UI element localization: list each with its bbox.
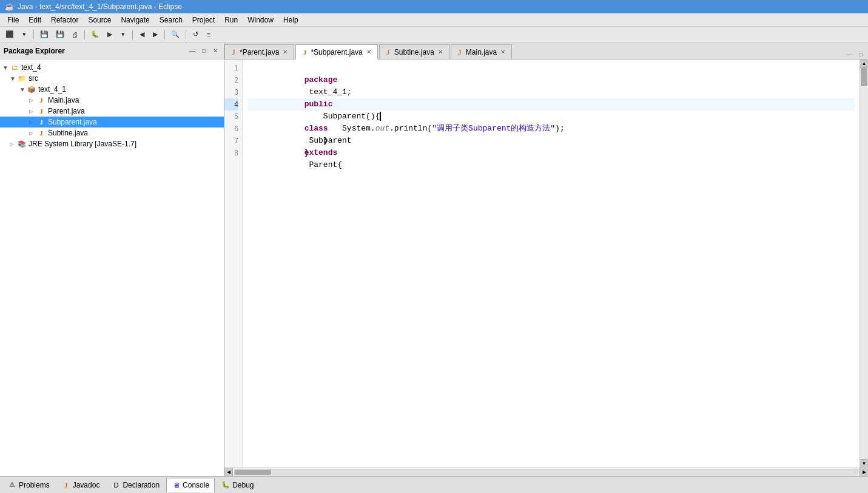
- toolbar-refactor[interactable]: ↺: [189, 29, 201, 41]
- tab-icon-main: J: [456, 49, 463, 56]
- tab-subtine[interactable]: J Subtine.java ✕: [379, 44, 449, 59]
- scroll-right-btn[interactable]: ▶: [860, 468, 868, 477]
- code-line-2: [247, 74, 855, 86]
- bottom-tab-declaration[interactable]: D Declaration: [106, 478, 165, 492]
- editor-main: 1 2 3 4 5 6 7 8 package text_4_1;: [224, 59, 868, 467]
- kw-public-3: public: [304, 100, 333, 109]
- right-panel: J *Parent.java ✕ J *Subparent.java ✕ J S…: [224, 42, 868, 476]
- tree-item-parent[interactable]: ▷ J Parent.java: [0, 106, 224, 117]
- src-icon: 📁: [17, 73, 27, 83]
- tree-arrow-jre: ▷: [10, 141, 17, 147]
- scrollbar-h-thumb[interactable]: [235, 470, 271, 475]
- tree-item-project[interactable]: ▼ 🗂 text_4: [0, 62, 224, 73]
- tab-close-main[interactable]: ✕: [499, 49, 506, 56]
- toolbar-debug[interactable]: 🐛: [88, 29, 103, 41]
- bottom-tab-javadoc[interactable]: J Javadoc: [56, 478, 106, 492]
- tree-item-subparent[interactable]: ▷ J Subparent.java: [0, 117, 224, 127]
- toolbar-saveall[interactable]: 💾: [53, 29, 67, 41]
- tree-item-package[interactable]: ▼ 📦 text_4_1: [0, 84, 224, 95]
- tree-arrow-subtine: ▷: [29, 131, 36, 136]
- code-package-name: text_4_1;: [304, 87, 352, 97]
- declaration-icon: D: [112, 481, 120, 489]
- tab-close-subparent[interactable]: ✕: [365, 49, 372, 56]
- tab-close-parent[interactable]: ✕: [281, 49, 289, 56]
- tree-arrow-package: ▼: [19, 86, 27, 93]
- line-num-1: 1: [224, 62, 238, 74]
- menu-project[interactable]: Project: [187, 15, 220, 25]
- menu-source[interactable]: Source: [83, 15, 116, 25]
- toolbar-ext[interactable]: ▾: [117, 29, 129, 41]
- bottom-tab-debug[interactable]: 🐛 Debug: [216, 478, 259, 492]
- scrollbar-up-btn[interactable]: ▲: [860, 59, 868, 68]
- menu-navigate[interactable]: Navigate: [116, 15, 154, 25]
- panel-maximize[interactable]: □: [199, 46, 209, 56]
- panel-icons: — □ ✕: [187, 46, 220, 56]
- code-out: out: [375, 124, 389, 133]
- right-scrollbar[interactable]: ▲ ▼: [860, 59, 868, 467]
- left-panel: Package Explorer — □ ✕ ▼ 🗂 text_4 ▼ 📁 sr…: [0, 42, 224, 476]
- menu-refactor[interactable]: Refactor: [46, 15, 83, 25]
- title-bar: ☕ Java - text_4/src/text_4_1/Subparent.j…: [0, 0, 868, 13]
- menu-file[interactable]: File: [2, 15, 24, 25]
- tree-item-src[interactable]: ▼ 📁 src: [0, 73, 224, 84]
- tab-right-buttons: — □: [845, 49, 868, 59]
- panel-header: Package Explorer — □ ✕: [0, 42, 224, 59]
- toolbar-organize[interactable]: ≡: [203, 29, 215, 41]
- toolbar-sep-5: [186, 30, 186, 39]
- editor-maximize[interactable]: □: [856, 49, 866, 59]
- scrollbar-track[interactable]: [860, 68, 868, 459]
- project-icon: 🗂: [10, 63, 19, 72]
- menu-edit[interactable]: Edit: [24, 15, 46, 25]
- toolbar-next[interactable]: ▶: [149, 29, 161, 41]
- tab-close-subtine[interactable]: ✕: [437, 49, 444, 56]
- toolbar-print[interactable]: 🖨: [69, 29, 81, 41]
- menu-help[interactable]: Help: [278, 15, 303, 25]
- bottom-tab-console[interactable]: 🖥 Console: [166, 478, 215, 492]
- java-icon-main: J: [36, 95, 46, 105]
- tab-label-parent: *Parent.java: [240, 48, 279, 56]
- bottom-tab-javadoc-label: Javadoc: [73, 481, 100, 489]
- tab-label-main: Main.java: [466, 48, 497, 56]
- scrollbar-h-track[interactable]: [234, 469, 858, 475]
- panel-minimize[interactable]: —: [187, 46, 197, 56]
- tree-item-main[interactable]: ▷ J Main.java: [0, 95, 224, 106]
- tree-label-subparent: Subparent.java: [48, 118, 97, 126]
- kw-extends: extends: [304, 148, 338, 157]
- tree-item-jre[interactable]: ▷ 📚 JRE System Library [JavaSE-1.7]: [0, 138, 224, 149]
- tab-subparent[interactable]: J *Subparent.java ✕: [295, 44, 377, 59]
- panel-close[interactable]: ✕: [210, 46, 220, 56]
- toolbar-search[interactable]: 🔍: [168, 29, 183, 41]
- code-area[interactable]: package text_4_1; public class Subparent…: [243, 59, 860, 467]
- toolbar-prev[interactable]: ◀: [136, 29, 148, 41]
- menu-window[interactable]: Window: [243, 15, 278, 25]
- editor-scrollbar[interactable]: ◀ ▶: [224, 467, 868, 476]
- java-icon-subparent: J: [36, 117, 46, 127]
- console-icon: 🖥: [172, 481, 180, 489]
- toolbar-dropdown[interactable]: ▾: [18, 29, 30, 41]
- scrollbar-down-btn[interactable]: ▼: [860, 459, 868, 467]
- title-bar-icon: ☕: [5, 2, 14, 11]
- scrollbar-thumb[interactable]: [861, 68, 867, 86]
- toolbar: ⬛ ▾ 💾 💾 🖨 🐛 ▶ ▾ ◀ ▶ 🔍 ↺ ≡: [0, 27, 868, 42]
- bottom-tab-declaration-label: Declaration: [123, 481, 160, 489]
- tree-label-parent: Parent.java: [48, 107, 85, 115]
- tree-item-subtine[interactable]: ▷ J Subtine.java: [0, 127, 224, 138]
- bottom-tab-problems-label: Problems: [19, 481, 50, 489]
- editor-minimize[interactable]: —: [845, 49, 855, 59]
- tab-main[interactable]: J Main.java ✕: [451, 44, 512, 59]
- toolbar-new[interactable]: ⬛: [2, 29, 17, 41]
- menu-run[interactable]: Run: [220, 15, 243, 25]
- scroll-left-btn[interactable]: ◀: [224, 468, 233, 477]
- package-icon: 📦: [27, 84, 36, 94]
- javadoc-icon: J: [62, 481, 70, 489]
- tab-parent[interactable]: J *Parent.java ✕: [224, 44, 294, 59]
- problems-icon: ⚠: [8, 481, 16, 489]
- editor-right-area: 1 2 3 4 5 6 7 8 package text_4_1;: [224, 59, 868, 476]
- toolbar-run[interactable]: ▶: [104, 29, 116, 41]
- editor-tabs: J *Parent.java ✕ J *Subparent.java ✕ J S…: [224, 42, 868, 59]
- toolbar-save[interactable]: 💾: [37, 29, 52, 41]
- line-numbers: 1 2 3 4 5 6 7 8: [224, 59, 243, 467]
- menu-search[interactable]: Search: [155, 15, 187, 25]
- bottom-tab-problems[interactable]: ⚠ Problems: [2, 478, 55, 492]
- toolbar-sep-3: [132, 30, 133, 39]
